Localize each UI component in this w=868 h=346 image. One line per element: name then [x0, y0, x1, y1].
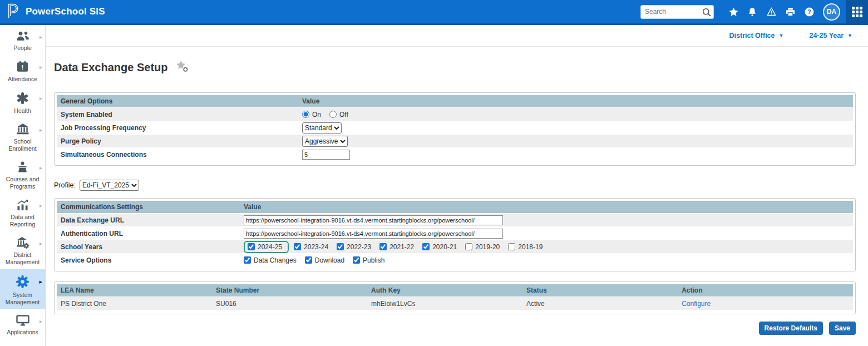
school-year-2024-25-checkbox[interactable]	[248, 243, 255, 250]
service-option-download-checkbox[interactable]	[305, 256, 312, 264]
purge-policy-select[interactable]: Aggressive	[302, 136, 348, 147]
lea-table: LEA Name State Number Auth Key Status Ac…	[54, 281, 856, 314]
monitor-icon	[0, 315, 45, 326]
restore-defaults-button[interactable]: Restore Defaults	[759, 322, 823, 335]
context-bar: District Office ▼ 24-25 Year ▼	[46, 25, 868, 47]
authentication-url-input[interactable]	[244, 229, 503, 239]
table-header-row: General Options Value	[57, 95, 853, 108]
chevron-right-icon: ▸	[40, 240, 42, 246]
table-row-system-enabled: System Enabled On Off	[57, 108, 853, 121]
table-header-row: Communications Settings Value	[57, 201, 853, 214]
user-avatar[interactable]: DA	[823, 3, 840, 21]
column-header: General Options	[57, 97, 302, 105]
table-row-school-years: School Years 2024-25 2023-24 2022-23 202…	[57, 240, 853, 254]
school-year-2018-19-checkbox[interactable]	[508, 243, 515, 250]
sidebar-item-attendance[interactable]: ! Attendance ▸	[0, 55, 45, 86]
chevron-down-icon: ▼	[847, 33, 852, 38]
attendance-icon: !	[0, 61, 45, 73]
table-row: PS District One SU016 mhEioiw1LvCs Activ…	[57, 297, 853, 310]
main-content: Data Exchange Setup General Options Valu…	[46, 47, 868, 346]
chevron-right-icon: ▸	[40, 127, 42, 133]
profile-row: Profile: Ed-Fi_VT_2025	[54, 180, 856, 191]
chevron-right-icon: ▸	[40, 202, 42, 209]
school-year-2022-23-checkbox[interactable]	[337, 243, 344, 250]
print-icon[interactable]	[781, 0, 800, 23]
school-year-2019-20-checkbox[interactable]	[465, 243, 472, 250]
chevron-right-icon: ▸	[40, 165, 42, 171]
app-switcher-grid-icon[interactable]	[846, 0, 868, 24]
add-to-favorites-star-icon[interactable]	[175, 60, 189, 75]
svg-text:!: !	[22, 64, 24, 71]
chevron-down-icon: ▼	[779, 33, 784, 38]
favorites-star-icon[interactable]	[724, 0, 743, 23]
auth-key-cell: mhEioiw1LvCs	[367, 300, 522, 308]
health-icon	[0, 92, 45, 105]
alerts-warning-icon[interactable]	[762, 0, 781, 23]
system-enabled-on-radio[interactable]	[302, 111, 309, 118]
bar-chart-icon	[0, 199, 45, 211]
table-row-simultaneous-connections: Simultaneous Connections	[57, 148, 853, 161]
chevron-right-icon: ▸	[40, 318, 42, 324]
column-header: Communications Settings	[57, 203, 244, 211]
notifications-bell-icon[interactable]	[743, 0, 762, 23]
column-header: LEA Name	[57, 286, 212, 294]
sidebar-item-school-enrollment[interactable]: School Enrollment ▸	[0, 118, 45, 156]
district-building-gear-icon	[0, 237, 45, 249]
svg-text:?: ?	[807, 8, 811, 15]
sidebar-item-system-management[interactable]: System Management ▸	[0, 269, 45, 309]
job-processing-frequency-select[interactable]: Standard	[302, 122, 342, 134]
sidebar-item-district-management[interactable]: District Management ▸	[0, 231, 45, 269]
chevron-right-icon: ▸	[40, 95, 42, 101]
school-year-option-highlighted: 2024-25	[244, 241, 289, 253]
column-header: Auth Key	[367, 286, 522, 294]
school-year-2021-22-checkbox[interactable]	[379, 243, 387, 250]
sidebar-item-applications[interactable]: Applications ▸	[0, 309, 45, 339]
table-row-authentication-url: Authentication URL	[57, 227, 853, 240]
gear-icon	[0, 275, 45, 289]
table-header-row: LEA Name State Number Auth Key Status Ac…	[57, 284, 853, 297]
table-row-service-options: Service Options Data Changes Download Pu…	[57, 254, 853, 267]
year-selector[interactable]: 24-25 Year ▼	[809, 32, 852, 39]
footer-actions: Restore Defaults Save	[54, 322, 856, 335]
general-options-table: General Options Value System Enabled On …	[54, 92, 856, 166]
school-selector[interactable]: District Office ▼	[729, 32, 784, 39]
simultaneous-connections-input[interactable]	[302, 150, 350, 160]
status-cell: Active	[522, 300, 678, 308]
top-navbar: PowerSchool SIS ? DA	[0, 0, 868, 25]
configure-link[interactable]: Configure	[682, 300, 711, 308]
data-exchange-url-input[interactable]	[244, 215, 503, 225]
search-box	[640, 5, 714, 19]
service-option-publish-checkbox[interactable]	[353, 256, 360, 264]
table-row-purge-policy: Purge Policy Aggressive	[57, 135, 853, 148]
table-row-job-processing-frequency: Job Processing Frequency Standard	[57, 121, 853, 135]
help-icon[interactable]: ?	[800, 0, 818, 23]
sidebar-item-health[interactable]: Health ▸	[0, 86, 45, 118]
column-header: Value	[244, 203, 853, 211]
brand: PowerSchool SIS	[6, 2, 105, 22]
system-enabled-off-radio[interactable]	[329, 111, 337, 118]
save-button[interactable]: Save	[829, 322, 856, 335]
table-row-data-exchange-url: Data Exchange URL	[57, 214, 853, 227]
column-header: State Number	[212, 286, 367, 294]
page-title: Data Exchange Setup	[54, 61, 168, 74]
service-option-data-changes-checkbox[interactable]	[244, 256, 251, 264]
chevron-right-icon: ▸	[40, 34, 42, 40]
sidebar-item-people[interactable]: People ▸	[0, 25, 45, 55]
chevron-right-icon: ▸	[39, 278, 42, 285]
school-year-2020-21-checkbox[interactable]	[422, 243, 430, 250]
lea-name-cell: PS District One	[57, 300, 212, 308]
column-header: Action	[678, 286, 853, 294]
search-icon[interactable]	[702, 7, 712, 19]
sidebar-item-data-and-reporting[interactable]: Data and Reporting ▸	[0, 194, 45, 231]
brand-title: PowerSchool SIS	[26, 6, 105, 17]
column-header: Status	[522, 286, 678, 294]
profile-select[interactable]: Ed-Fi_VT_2025	[80, 180, 139, 191]
sidebar-item-courses-and-programs[interactable]: Courses and Programs ▸	[0, 156, 45, 194]
profile-label: Profile:	[54, 181, 76, 189]
school-building-icon	[0, 123, 45, 135]
school-year-2023-24-checkbox[interactable]	[294, 243, 301, 250]
lectern-icon	[0, 161, 45, 173]
state-number-cell: SU016	[212, 300, 367, 308]
main-sidebar: People ▸ ! Attendance ▸ Health ▸ School …	[0, 25, 46, 346]
communications-settings-table: Communications Settings Value Data Excha…	[54, 198, 856, 271]
